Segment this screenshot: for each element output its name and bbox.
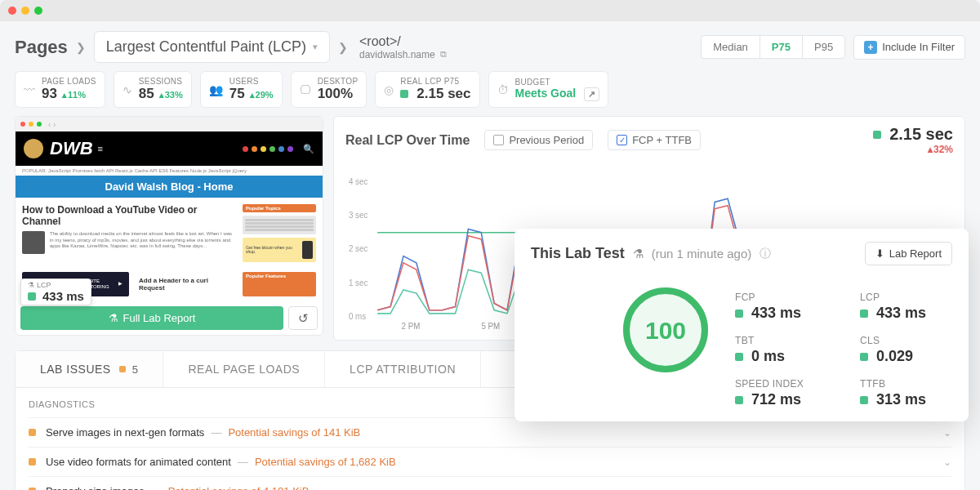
preview-browser-chrome: ‹ ›	[16, 117, 323, 131]
svg-text:3 sec: 3 sec	[349, 211, 368, 220]
svg-text:2 PM: 2 PM	[402, 322, 421, 331]
diagnostic-row[interactable]: Use video formats for animated content —…	[29, 447, 951, 476]
percentile-selector: Median P75 P95	[701, 35, 845, 59]
full-lab-report-button[interactable]: ⚗Full Lab Report	[20, 306, 283, 330]
svg-text:100: 100	[645, 317, 686, 344]
stat-users[interactable]: 👥 USERS 7529%	[200, 71, 283, 108]
path-domain: davidwalsh.name	[359, 49, 435, 60]
users-icon: 👥	[209, 83, 223, 96]
diagnostic-row[interactable]: Serve images in next-gen formats — Poten…	[29, 417, 951, 447]
svg-text:5 PM: 5 PM	[481, 322, 500, 331]
gauge-icon: ⏱	[497, 83, 509, 96]
toggle-fcp-ttfb[interactable]: ✓FCP + TTFB	[608, 130, 701, 150]
header-row: Pages ❯ Largest Contentful Paint (LCP) ▾…	[0, 21, 980, 68]
svg-text:1 sec: 1 sec	[349, 278, 368, 287]
target-icon: ◎	[384, 83, 394, 96]
download-icon: ⬇	[875, 247, 884, 260]
filter-button-label: Include In Filter	[882, 41, 955, 53]
site-logo-text: DWB≡	[50, 138, 103, 159]
stat-desktop[interactable]: 🖵 DESKTOP 100%	[291, 71, 368, 108]
svg-text:0 ms: 0 ms	[349, 312, 366, 321]
stat-real-lcp[interactable]: ◎ REAL LCP P75 2.15 sec	[375, 71, 479, 108]
status-square-icon	[119, 366, 126, 372]
popular-topics-header: Popular Topics	[243, 204, 316, 212]
path-route: <root>/	[359, 34, 447, 49]
status-square-icon	[873, 131, 881, 139]
flask-icon: ⚗	[633, 247, 644, 261]
external-link-icon[interactable]: ⧉	[440, 49, 447, 60]
chart-summary-delta: 32%	[873, 144, 953, 155]
chevron-down-icon[interactable]: ⌄	[943, 486, 951, 491]
history-button[interactable]: ↺	[288, 306, 318, 330]
metric-cls: CLS0.029	[860, 335, 952, 365]
metric-selector[interactable]: Largest Contentful Paint (LCP) ▾	[94, 31, 330, 63]
side-lines	[243, 216, 316, 234]
pulse-icon: ∿	[122, 83, 132, 96]
lab-report-button[interactable]: ⬇ Lab Report	[865, 242, 952, 265]
breadcrumb-root[interactable]: Pages	[15, 37, 68, 58]
chevron-right-icon: ❯	[338, 41, 348, 54]
flask-icon: ⚗	[28, 281, 34, 289]
info-icon[interactable]: ⓘ	[760, 247, 771, 261]
checkbox-icon	[493, 135, 504, 145]
metric-selector-label: Largest Contentful Paint (LCP)	[106, 38, 306, 56]
preview-body: The ability to download media on the int…	[22, 231, 236, 250]
severity-icon	[29, 458, 36, 466]
include-in-filter-button[interactable]: + Include In Filter	[853, 35, 965, 60]
lab-test-modal: This Lab Test ⚗ (run 1 minute ago) ⓘ ⬇ L…	[514, 229, 969, 421]
preview-banner: David Walsh Blog - Home	[16, 176, 323, 198]
metric-ttfb: TTFB313 ms	[860, 378, 952, 408]
traffic-light-max[interactable]	[34, 7, 42, 15]
tab-real-page-loads[interactable]: REAL PAGE LOADS	[163, 351, 325, 387]
stat-page-loads[interactable]: 〰 PAGE LOADS 9311%	[15, 71, 105, 108]
desktop-icon: 🖵	[300, 83, 311, 96]
status-square-icon	[28, 292, 36, 301]
page-path[interactable]: <root>/ davidwalsh.name⧉	[359, 34, 447, 60]
toggle-previous-period[interactable]: Previous Period	[484, 130, 593, 150]
traffic-light-close[interactable]	[8, 7, 16, 15]
checkbox-icon: ✓	[617, 135, 627, 145]
tab-lcp-attribution[interactable]: LCP ATTRIBUTION	[325, 351, 481, 387]
metric-tbt: TBT0 ms	[735, 335, 827, 365]
stats-row: 〰 PAGE LOADS 9311% ∿ SESSIONS 8533% 👥 US…	[0, 68, 980, 116]
chart-icon: 〰	[24, 83, 35, 96]
external-icon[interactable]: ↗	[584, 87, 599, 101]
lab-modal-title: This Lab Test	[531, 245, 625, 262]
traffic-light-min[interactable]	[21, 7, 29, 15]
percentile-median[interactable]: Median	[702, 36, 760, 58]
tab-lab-issues[interactable]: LAB ISSUES 5	[16, 351, 163, 387]
chevron-down-icon[interactable]: ⌄	[943, 427, 951, 439]
metric-lcp: LCP433 ms	[860, 292, 952, 322]
article-thumb	[22, 231, 45, 254]
diagnostic-row[interactable]: Properly size images — Potential savings…	[29, 476, 951, 490]
svg-text:4 sec: 4 sec	[349, 177, 368, 186]
plus-icon: +	[864, 41, 877, 54]
preview-article-2: Add a Header to a curl Request	[136, 272, 236, 296]
chevron-down-icon: ▾	[313, 42, 318, 52]
side-promo: Get free bitcoin when you shop.	[243, 238, 316, 262]
chevron-down-icon[interactable]: ⌄	[943, 457, 951, 468]
svg-text:2 sec: 2 sec	[349, 244, 368, 253]
lighthouse-score-ring: 100	[621, 285, 710, 375]
page-preview: ‹ › DWB≡ 🔍 POPULAR: JavaScript Promises …	[15, 116, 323, 336]
chart-summary-value: 2.15 sec	[889, 125, 953, 144]
stat-budget[interactable]: ⏱ BUDGET Meets Goal↗	[488, 71, 609, 108]
browser-chrome	[0, 0, 980, 21]
stat-sessions[interactable]: ∿ SESSIONS 8533%	[114, 71, 192, 108]
site-nav-dots	[243, 146, 293, 152]
site-logo-icon	[24, 139, 43, 158]
lab-run-time: (run 1 minute ago)	[652, 247, 752, 261]
lcp-element-badge[interactable]: ⚗LCP 433 ms	[20, 278, 91, 305]
history-icon: ↺	[298, 311, 309, 326]
nav-arrows-icon: ‹ ›	[48, 120, 56, 129]
popular-features-header: Popular Features	[243, 272, 316, 296]
chart-title: Real LCP Over Time	[345, 133, 470, 148]
popular-bar: POPULAR: JavaScript Promises fetch API R…	[16, 166, 323, 176]
metric-speed-index: SPEED INDEX712 ms	[735, 378, 827, 408]
chevron-right-icon: ❯	[76, 41, 86, 54]
status-square-icon	[400, 90, 408, 98]
severity-icon	[29, 429, 36, 436]
flask-icon: ⚗	[109, 312, 118, 324]
percentile-p95[interactable]: P95	[803, 36, 844, 58]
percentile-p75[interactable]: P75	[760, 36, 803, 58]
